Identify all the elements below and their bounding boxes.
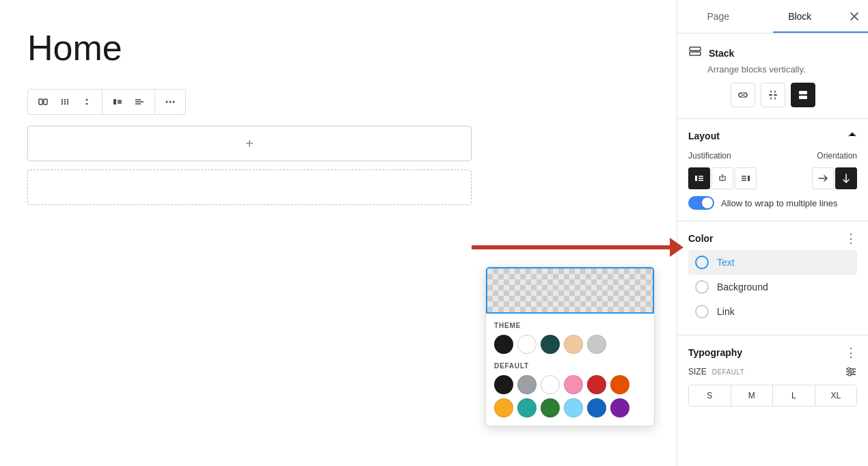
swatch-white[interactable] (517, 335, 537, 354)
swatch-peach[interactable] (564, 335, 583, 354)
typography-more-btn[interactable]: ⋮ (845, 346, 857, 359)
svg-rect-0 (39, 99, 42, 105)
color-picker-popup: THEME DEFAULT (485, 266, 655, 426)
svg-point-44 (848, 373, 851, 376)
toolbar-stack-btn[interactable] (33, 92, 53, 111)
swatch-d-orange[interactable] (610, 375, 629, 394)
svg-rect-27 (799, 91, 807, 94)
svg-point-3 (64, 99, 66, 100)
swatch-teal[interactable] (541, 335, 560, 354)
color-picker-body: THEME DEFAULT (486, 314, 654, 426)
swatch-d-gray[interactable] (517, 375, 537, 394)
color-option-background[interactable]: Background (688, 275, 857, 299)
typography-title: Typography (688, 347, 742, 358)
wrap-toggle[interactable] (688, 196, 714, 210)
color-preview[interactable] (486, 267, 654, 314)
svg-point-2 (62, 99, 63, 100)
swatch-d-yellow[interactable] (494, 398, 513, 417)
svg-point-4 (67, 99, 68, 100)
swatch-d-white[interactable] (541, 375, 560, 394)
size-m-btn[interactable]: M (731, 385, 774, 406)
swatch-d-lblue[interactable] (564, 398, 583, 417)
empty-block (27, 169, 472, 205)
justify-right-btn[interactable] (735, 167, 757, 189)
color-option-link[interactable]: Link (688, 299, 857, 324)
color-bg-label: Background (717, 282, 768, 292)
color-option-text[interactable]: Text (688, 250, 857, 275)
swatch-black[interactable] (494, 335, 513, 354)
toolbar-grid-btn[interactable] (55, 92, 74, 111)
svg-point-9 (64, 103, 66, 105)
svg-point-19 (169, 101, 172, 103)
swatch-gray[interactable] (587, 335, 606, 354)
svg-rect-35 (748, 176, 750, 181)
arrow-shaft (472, 245, 670, 249)
color-more-btn[interactable]: ⋮ (845, 232, 857, 245)
justify-buttons (688, 167, 757, 189)
svg-point-7 (67, 101, 68, 102)
layout-section: Layout Justification Orientation (677, 119, 868, 221)
toolbar-align-right-btn[interactable] (130, 92, 149, 111)
toolbar-more-btn[interactable] (161, 92, 180, 111)
justify-center-btn[interactable] (711, 167, 733, 189)
svg-rect-1 (44, 99, 47, 105)
size-l-btn[interactable]: L (773, 385, 815, 406)
orientation-buttons (812, 167, 857, 189)
size-adjust-icon[interactable] (845, 366, 857, 378)
toolbar-group-2 (103, 90, 155, 114)
stack-unlink-btn[interactable] (761, 83, 785, 107)
svg-point-43 (851, 370, 854, 373)
tab-block[interactable]: Block (759, 0, 841, 33)
color-section: Color ⋮ Text Background Link (677, 221, 868, 335)
layout-justify-row: Justification Orientation (688, 151, 857, 161)
size-xl-btn[interactable]: XL (815, 385, 857, 406)
toolbar-align-left-btn[interactable] (108, 92, 127, 111)
swatch-d-green[interactable] (541, 398, 560, 417)
default-swatches (494, 375, 646, 417)
toolbar-group-1 (28, 90, 103, 114)
justify-left-btn[interactable] (688, 167, 710, 189)
stack-link-btn[interactable] (731, 83, 755, 107)
sidebar: Page Block Stack Arrange blocks vertical… (677, 0, 868, 466)
svg-point-42 (847, 368, 850, 370)
canvas-area: Home (0, 0, 677, 466)
size-buttons: S M L XL (688, 385, 857, 407)
svg-point-20 (173, 101, 175, 103)
stack-stack-btn[interactable] (791, 83, 815, 107)
swatch-d-pink[interactable] (564, 375, 583, 394)
svg-rect-26 (774, 94, 777, 96)
svg-rect-23 (690, 47, 701, 51)
tab-page[interactable]: Page (677, 0, 759, 33)
size-row: SIZE DEFAULT (688, 366, 857, 378)
orientation-label: Orientation (817, 151, 857, 161)
svg-rect-11 (113, 99, 116, 105)
stack-desc: Arrange blocks vertically. (707, 64, 857, 74)
add-block-icon: + (245, 136, 254, 152)
tab-indicator (773, 31, 869, 33)
layout-title: Layout (688, 131, 720, 141)
swatch-d-red[interactable] (587, 375, 606, 394)
color-link-circle (695, 305, 709, 318)
svg-rect-25 (769, 94, 772, 96)
stack-title: Stack (709, 48, 734, 59)
svg-point-18 (166, 101, 168, 103)
color-text-label: Text (717, 257, 735, 268)
swatch-d-blue[interactable] (587, 398, 606, 417)
sidebar-tabs: Page Block (677, 0, 868, 33)
typography-header: Typography ⋮ (688, 346, 857, 359)
add-block-btn[interactable]: + (27, 126, 472, 161)
swatch-d-black[interactable] (494, 375, 513, 394)
orient-vert-btn[interactable] (835, 167, 857, 189)
size-s-btn[interactable]: S (689, 385, 731, 406)
default-label: DEFAULT (494, 362, 646, 370)
svg-rect-24 (690, 52, 701, 55)
orient-horiz-btn[interactable] (812, 167, 834, 189)
layout-collapse-btn[interactable] (847, 130, 857, 141)
color-bg-circle (695, 280, 709, 294)
typography-section: Typography ⋮ SIZE DEFAULT S M L XL (677, 335, 868, 417)
swatch-d-purple[interactable] (610, 398, 629, 417)
sidebar-close-btn[interactable] (841, 0, 868, 33)
toolbar-move-btn[interactable] (77, 92, 96, 111)
swatch-d-teal[interactable] (517, 398, 537, 417)
theme-swatches (494, 335, 646, 354)
